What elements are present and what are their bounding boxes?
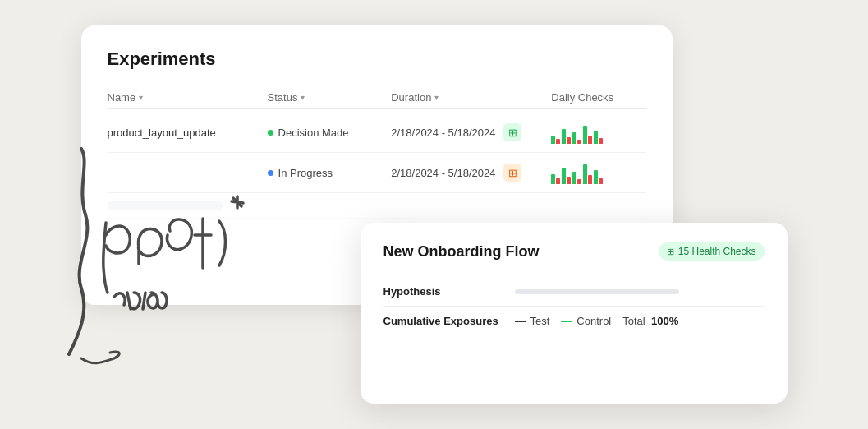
table-row: [108, 193, 646, 219]
bar: [583, 164, 587, 184]
legend-control: Control: [561, 315, 611, 327]
legend-dash-control: [561, 321, 572, 322]
cell-daily-2: [551, 161, 645, 184]
cell-daily-1: [551, 121, 645, 144]
bar: [594, 131, 598, 144]
bar: [599, 138, 603, 144]
col-header-duration[interactable]: Duration ▾: [391, 91, 551, 104]
exposures-legend: Test Control Total 100%: [515, 315, 765, 327]
total-value: 100%: [651, 315, 678, 327]
hypothesis-label: Hypothesis: [383, 285, 515, 298]
detail-card: New Onboarding Flow ⊞ 15 Health Checks H…: [361, 223, 788, 404]
total-label: Total 100%: [622, 315, 678, 327]
bar: [551, 136, 555, 144]
health-badge: ⊞ 15 Health Checks: [659, 242, 765, 261]
hypothesis-value: [515, 289, 765, 294]
exposures-value: Test Control Total 100%: [515, 315, 765, 327]
bar: [577, 179, 581, 184]
bar: [588, 175, 592, 184]
bar: [599, 178, 603, 184]
bar: [556, 178, 560, 184]
bar: [594, 170, 598, 184]
exposures-row: Cumulative Exposures Test Control Total …: [383, 307, 765, 335]
sort-icon-name: ▾: [139, 93, 143, 102]
duration-icon-green: ⊞: [503, 123, 521, 141]
bar: [577, 140, 581, 144]
hypothesis-row: Hypothesis: [383, 277, 765, 307]
cell-status-2: In Progress: [268, 167, 392, 179]
table-row[interactable]: In Progress 2/18/2024 - 5/18/2024 ⊞: [108, 153, 646, 193]
bar: [551, 174, 555, 184]
col-header-name[interactable]: Name ▾: [108, 91, 268, 104]
legend-test: Test: [515, 315, 550, 327]
bar: [572, 172, 576, 184]
scene: Experiments Name ▾ Status ▾ Duration ▾: [81, 25, 788, 404]
bar: [562, 168, 566, 184]
mini-chart-2: [551, 161, 645, 184]
mini-chart-1: [551, 121, 645, 144]
bar: [588, 136, 592, 144]
health-badge-icon: ⊞: [667, 247, 674, 257]
cell-name-1: product_layout_update: [108, 127, 268, 139]
sort-icon-duration: ▾: [434, 93, 439, 102]
bar: [567, 137, 571, 144]
col-header-status[interactable]: Status ▾: [268, 91, 392, 104]
detail-header: New Onboarding Flow ⊞ 15 Health Checks: [383, 242, 765, 261]
status-dot-progress: [268, 170, 273, 176]
duration-icon-orange: ⊞: [503, 164, 521, 182]
status-dot-decision: [268, 130, 273, 136]
table-header: Name ▾ Status ▾ Duration ▾ Daily Checks: [108, 86, 646, 109]
cell-status-1: Decision Made: [268, 127, 392, 139]
bar: [572, 132, 576, 144]
cell-duration-1: 2/18/2024 - 5/18/2024 ⊞: [391, 123, 551, 141]
col-header-daily: Daily Checks: [551, 91, 645, 104]
cell-duration-2: 2/18/2024 - 5/18/2024 ⊞: [391, 164, 551, 182]
detail-title: New Onboarding Flow: [383, 243, 540, 261]
hypothesis-bar: [515, 289, 679, 294]
bar: [583, 126, 587, 144]
bar: [556, 139, 560, 144]
bar: [562, 129, 566, 144]
bar: [567, 177, 571, 184]
sort-icon-status: ▾: [301, 93, 305, 102]
legend-dash-test: [515, 321, 526, 322]
exposures-label: Cumulative Exposures: [383, 315, 515, 327]
table-row[interactable]: product_layout_update Decision Made 2/18…: [108, 113, 646, 153]
page-title: Experiments: [108, 48, 646, 70]
cell-name-3: [108, 201, 288, 210]
